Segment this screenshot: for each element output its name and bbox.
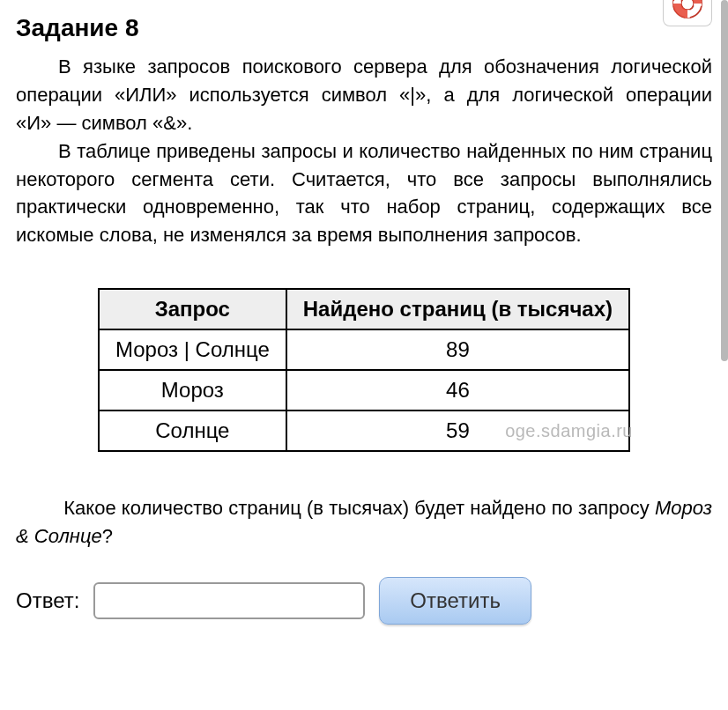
table-cell: Солнце xyxy=(99,410,286,451)
scrollbar[interactable] xyxy=(721,0,728,633)
submit-button[interactable]: Ответить xyxy=(379,577,531,625)
task-title: Задание 8 xyxy=(16,14,712,42)
problem-paragraph-1: В языке запросов поискового сервера для … xyxy=(16,53,712,137)
table-cell: Мороз | Солнце xyxy=(99,329,286,370)
problem-paragraph-2: В таблице приведены запросы и количество… xyxy=(16,137,712,250)
table-cell: Мороз xyxy=(99,370,286,410)
table-header-cell: Найдено страниц (в тысячах) xyxy=(286,289,629,329)
table-row: Мороз 46 xyxy=(99,370,629,410)
question-prefix: Какое количество страниц (в тысячах) буд… xyxy=(63,497,655,519)
question-suffix: ? xyxy=(102,525,113,547)
lifebuoy-icon xyxy=(672,0,703,19)
data-table-wrap: Запрос Найдено страниц (в тысячах) Мороз… xyxy=(16,288,712,452)
answer-label: Ответ: xyxy=(16,588,79,613)
table-cell: 46 xyxy=(286,370,629,410)
help-button[interactable] xyxy=(663,0,712,26)
answer-row: Ответ: Ответить xyxy=(16,577,712,625)
scrollbar-thumb[interactable] xyxy=(721,0,728,361)
table-cell: 89 xyxy=(286,329,629,370)
data-table: Запрос Найдено страниц (в тысячах) Мороз… xyxy=(98,288,630,452)
table-row: Солнце 59 xyxy=(99,410,629,451)
table-cell: 59 xyxy=(286,410,629,451)
table-row: Мороз | Солнце 89 xyxy=(99,329,629,370)
answer-input[interactable] xyxy=(93,582,365,619)
table-header-row: Запрос Найдено страниц (в тысячах) xyxy=(99,289,629,329)
table-header-cell: Запрос xyxy=(99,289,286,329)
question-text: Какое количество страниц (в тысячах) буд… xyxy=(16,494,712,551)
